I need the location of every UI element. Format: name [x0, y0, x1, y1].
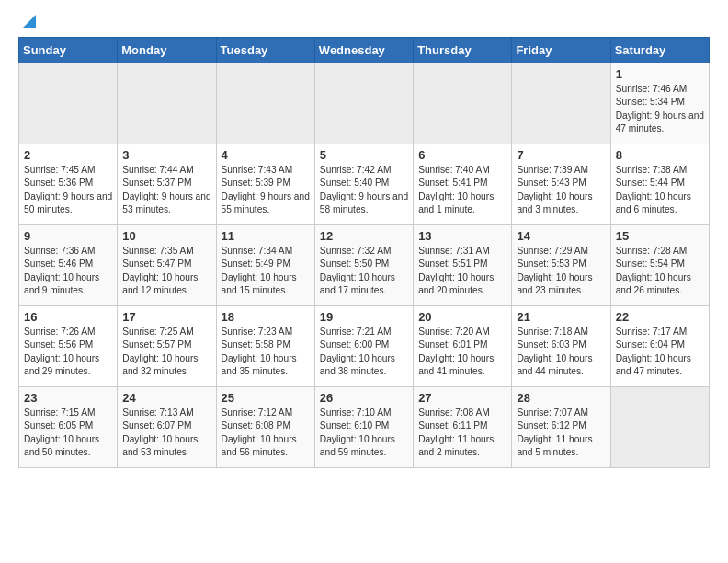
day-number: 15	[616, 229, 704, 243]
day-info: Sunrise: 7:10 AM Sunset: 6:10 PM Dayligh…	[320, 407, 408, 459]
calendar-cell: 15Sunrise: 7:28 AM Sunset: 5:54 PM Dayli…	[610, 225, 709, 306]
logo	[18, 15, 36, 29]
calendar-cell: 4Sunrise: 7:43 AM Sunset: 5:39 PM Daylig…	[216, 144, 314, 225]
calendar-header: SundayMondayTuesdayWednesdayThursdayFrid…	[19, 38, 710, 63]
calendar-cell: 8Sunrise: 7:38 AM Sunset: 5:44 PM Daylig…	[610, 144, 709, 225]
calendar-cell	[610, 387, 709, 468]
day-number: 10	[122, 229, 210, 243]
day-number: 23	[24, 391, 112, 405]
calendar-cell	[216, 63, 314, 144]
day-number: 13	[418, 229, 506, 243]
day-number: 17	[122, 310, 210, 324]
calendar-cell: 14Sunrise: 7:29 AM Sunset: 5:53 PM Dayli…	[512, 225, 610, 306]
day-info: Sunrise: 7:15 AM Sunset: 6:05 PM Dayligh…	[24, 407, 112, 459]
day-number: 18	[222, 310, 310, 324]
day-number: 6	[418, 148, 506, 162]
calendar-cell: 5Sunrise: 7:42 AM Sunset: 5:40 PM Daylig…	[314, 144, 413, 225]
day-info: Sunrise: 7:08 AM Sunset: 6:11 PM Dayligh…	[418, 407, 506, 459]
day-info: Sunrise: 7:35 AM Sunset: 5:47 PM Dayligh…	[122, 245, 210, 297]
calendar-cell: 12Sunrise: 7:32 AM Sunset: 5:50 PM Dayli…	[314, 225, 413, 306]
weekday-header-thursday: Thursday	[414, 38, 512, 63]
day-number: 1	[616, 67, 704, 81]
calendar-cell	[314, 63, 413, 144]
day-number: 19	[320, 310, 408, 324]
calendar-cell: 26Sunrise: 7:10 AM Sunset: 6:10 PM Dayli…	[314, 387, 413, 468]
day-info: Sunrise: 7:45 AM Sunset: 5:36 PM Dayligh…	[24, 164, 112, 216]
day-number: 14	[517, 229, 605, 243]
day-number: 4	[222, 148, 310, 162]
day-info: Sunrise: 7:38 AM Sunset: 5:44 PM Dayligh…	[616, 164, 704, 216]
calendar-cell: 23Sunrise: 7:15 AM Sunset: 6:05 PM Dayli…	[19, 387, 118, 468]
calendar-body: 1Sunrise: 7:46 AM Sunset: 5:34 PM Daylig…	[19, 63, 710, 468]
day-info: Sunrise: 7:29 AM Sunset: 5:53 PM Dayligh…	[517, 245, 605, 297]
calendar-cell: 24Sunrise: 7:13 AM Sunset: 6:07 PM Dayli…	[118, 387, 216, 468]
calendar-cell: 22Sunrise: 7:17 AM Sunset: 6:04 PM Dayli…	[610, 306, 709, 387]
day-info: Sunrise: 7:20 AM Sunset: 6:01 PM Dayligh…	[418, 326, 506, 378]
svg-marker-0	[23, 15, 36, 28]
day-number: 27	[418, 391, 506, 405]
day-number: 12	[320, 229, 408, 243]
day-info: Sunrise: 7:44 AM Sunset: 5:37 PM Dayligh…	[122, 164, 210, 216]
calendar-cell: 13Sunrise: 7:31 AM Sunset: 5:51 PM Dayli…	[414, 225, 512, 306]
day-info: Sunrise: 7:36 AM Sunset: 5:46 PM Dayligh…	[24, 245, 112, 297]
weekday-header-monday: Monday	[118, 38, 216, 63]
calendar-cell: 7Sunrise: 7:39 AM Sunset: 5:43 PM Daylig…	[512, 144, 610, 225]
day-number: 3	[122, 148, 210, 162]
calendar-week-row: 23Sunrise: 7:15 AM Sunset: 6:05 PM Dayli…	[19, 387, 710, 468]
calendar-cell: 11Sunrise: 7:34 AM Sunset: 5:49 PM Dayli…	[216, 225, 314, 306]
calendar-cell: 10Sunrise: 7:35 AM Sunset: 5:47 PM Dayli…	[118, 225, 216, 306]
calendar-cell: 9Sunrise: 7:36 AM Sunset: 5:46 PM Daylig…	[19, 225, 118, 306]
day-info: Sunrise: 7:25 AM Sunset: 5:57 PM Dayligh…	[122, 326, 210, 378]
calendar-cell: 21Sunrise: 7:18 AM Sunset: 6:03 PM Dayli…	[512, 306, 610, 387]
day-info: Sunrise: 7:17 AM Sunset: 6:04 PM Dayligh…	[616, 326, 704, 378]
weekday-header-wednesday: Wednesday	[314, 38, 413, 63]
weekday-header-tuesday: Tuesday	[216, 38, 314, 63]
calendar-cell: 18Sunrise: 7:23 AM Sunset: 5:58 PM Dayli…	[216, 306, 314, 387]
day-info: Sunrise: 7:40 AM Sunset: 5:41 PM Dayligh…	[418, 164, 506, 216]
day-info: Sunrise: 7:42 AM Sunset: 5:40 PM Dayligh…	[320, 164, 408, 216]
calendar-cell: 1Sunrise: 7:46 AM Sunset: 5:34 PM Daylig…	[610, 63, 709, 144]
calendar-cell	[512, 63, 610, 144]
day-info: Sunrise: 7:12 AM Sunset: 6:08 PM Dayligh…	[222, 407, 310, 459]
day-number: 5	[320, 148, 408, 162]
day-info: Sunrise: 7:18 AM Sunset: 6:03 PM Dayligh…	[517, 326, 605, 378]
weekday-header-sunday: Sunday	[19, 38, 118, 63]
day-number: 26	[320, 391, 408, 405]
day-number: 20	[418, 310, 506, 324]
header	[18, 15, 710, 29]
calendar-cell: 25Sunrise: 7:12 AM Sunset: 6:08 PM Dayli…	[216, 387, 314, 468]
calendar-table: SundayMondayTuesdayWednesdayThursdayFrid…	[18, 37, 710, 468]
day-info: Sunrise: 7:34 AM Sunset: 5:49 PM Dayligh…	[222, 245, 310, 297]
day-number: 28	[517, 391, 605, 405]
day-number: 25	[222, 391, 310, 405]
day-number: 2	[24, 148, 112, 162]
weekday-header-friday: Friday	[512, 38, 610, 63]
day-info: Sunrise: 7:43 AM Sunset: 5:39 PM Dayligh…	[222, 164, 310, 216]
day-number: 9	[24, 229, 112, 243]
day-number: 8	[616, 148, 704, 162]
day-number: 24	[122, 391, 210, 405]
day-info: Sunrise: 7:39 AM Sunset: 5:43 PM Dayligh…	[517, 164, 605, 216]
day-info: Sunrise: 7:23 AM Sunset: 5:58 PM Dayligh…	[222, 326, 310, 378]
calendar-cell: 19Sunrise: 7:21 AM Sunset: 6:00 PM Dayli…	[314, 306, 413, 387]
calendar-week-row: 9Sunrise: 7:36 AM Sunset: 5:46 PM Daylig…	[19, 225, 710, 306]
calendar-week-row: 1Sunrise: 7:46 AM Sunset: 5:34 PM Daylig…	[19, 63, 710, 144]
calendar-cell	[414, 63, 512, 144]
calendar-cell	[19, 63, 118, 144]
logo-triangle-icon	[19, 13, 36, 29]
day-info: Sunrise: 7:21 AM Sunset: 6:00 PM Dayligh…	[320, 326, 408, 378]
day-number: 7	[517, 148, 605, 162]
calendar-cell: 20Sunrise: 7:20 AM Sunset: 6:01 PM Dayli…	[414, 306, 512, 387]
calendar-cell: 3Sunrise: 7:44 AM Sunset: 5:37 PM Daylig…	[118, 144, 216, 225]
day-info: Sunrise: 7:31 AM Sunset: 5:51 PM Dayligh…	[418, 245, 506, 297]
calendar-cell: 16Sunrise: 7:26 AM Sunset: 5:56 PM Dayli…	[19, 306, 118, 387]
calendar-cell: 27Sunrise: 7:08 AM Sunset: 6:11 PM Dayli…	[414, 387, 512, 468]
day-number: 16	[24, 310, 112, 324]
calendar-cell: 6Sunrise: 7:40 AM Sunset: 5:41 PM Daylig…	[414, 144, 512, 225]
day-number: 11	[222, 229, 310, 243]
day-number: 22	[616, 310, 704, 324]
calendar-week-row: 16Sunrise: 7:26 AM Sunset: 5:56 PM Dayli…	[19, 306, 710, 387]
calendar-cell: 2Sunrise: 7:45 AM Sunset: 5:36 PM Daylig…	[19, 144, 118, 225]
day-info: Sunrise: 7:07 AM Sunset: 6:12 PM Dayligh…	[517, 407, 605, 459]
calendar-week-row: 2Sunrise: 7:45 AM Sunset: 5:36 PM Daylig…	[19, 144, 710, 225]
